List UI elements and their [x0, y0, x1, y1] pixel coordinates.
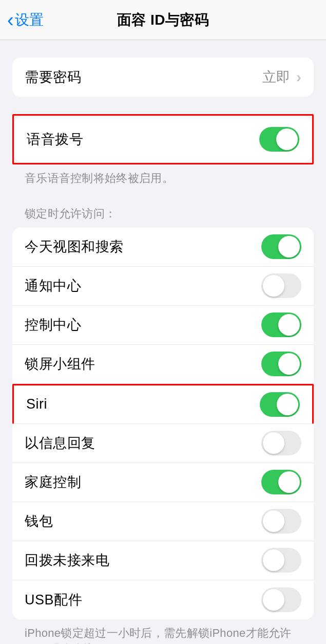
home-control-label: 家庭控制 [25, 473, 81, 491]
lock-screen-widgets-row: 锁屏小组件 [12, 345, 314, 384]
usb-accessories-label: USB配件 [25, 591, 82, 609]
chevron-right-icon: › [296, 68, 301, 86]
back-label: 设置 [15, 10, 44, 30]
return-missed-calls-label: 回拨未接来电 [25, 551, 109, 569]
control-center-row: 控制中心 [12, 306, 314, 345]
nav-bar: ‹ 设置 面容 ID与密码 [0, 0, 326, 40]
wallet-toggle[interactable] [261, 509, 301, 533]
siri-toggle[interactable] [260, 392, 300, 417]
reply-message-row: 以信息回复 [12, 424, 314, 463]
lock-screen-widgets-label: 锁屏小组件 [25, 355, 95, 373]
voice-dial-group: 语音拨号 [14, 116, 312, 162]
require-passcode-row[interactable]: 需要密码 立即 › [12, 58, 314, 97]
highlight-voice-dial: 语音拨号 [12, 114, 314, 164]
wallet-label: 钱包 [25, 512, 53, 530]
usb-footer: iPhone锁定超过一小时后，需先解锁iPhone才能允许USB配件连接。 [12, 619, 314, 644]
home-control-toggle[interactable] [261, 470, 301, 494]
voice-dial-footer: 音乐语音控制将始终被启用。 [12, 164, 314, 187]
usb-accessories-toggle[interactable] [261, 587, 301, 612]
require-passcode-label: 需要密码 [25, 68, 81, 86]
return-missed-calls-toggle[interactable] [261, 548, 301, 573]
today-view-label: 今天视图和搜索 [25, 237, 124, 256]
lock-screen-widgets-toggle[interactable] [261, 352, 301, 376]
reply-message-label: 以信息回复 [25, 434, 95, 452]
control-center-toggle[interactable] [261, 312, 301, 337]
toggle-knob [276, 128, 298, 150]
require-passcode-group: 需要密码 立即 › [12, 58, 314, 97]
usb-accessories-row: USB配件 [12, 580, 314, 619]
allow-access-group: 今天视图和搜索 通知中心 控制中心 锁屏小组件 Siri 以信息回复 家庭控制 [12, 228, 314, 619]
wallet-row: 钱包 [12, 502, 314, 541]
siri-row: Siri [12, 384, 314, 424]
page-title: 面容 ID与密码 [117, 10, 209, 30]
notification-center-label: 通知中心 [25, 277, 81, 295]
back-button[interactable]: ‹ 设置 [7, 10, 44, 30]
today-view-row: 今天视图和搜索 [12, 228, 314, 267]
allow-access-header: 锁定时允许访问： [12, 187, 314, 228]
control-center-label: 控制中心 [25, 316, 81, 334]
notification-center-row: 通知中心 [12, 267, 314, 306]
notification-center-toggle[interactable] [261, 273, 301, 298]
siri-label: Siri [26, 396, 47, 412]
voice-dial-row: 语音拨号 [14, 116, 312, 162]
require-passcode-value: 立即 › [262, 68, 301, 86]
chevron-left-icon: ‹ [7, 10, 14, 30]
reply-message-toggle[interactable] [261, 431, 301, 455]
voice-dial-toggle[interactable] [259, 127, 299, 152]
voice-dial-label: 语音拨号 [27, 130, 83, 149]
return-missed-calls-row: 回拨未接来电 [12, 541, 314, 580]
today-view-toggle[interactable] [261, 234, 301, 259]
home-control-row: 家庭控制 [12, 463, 314, 502]
